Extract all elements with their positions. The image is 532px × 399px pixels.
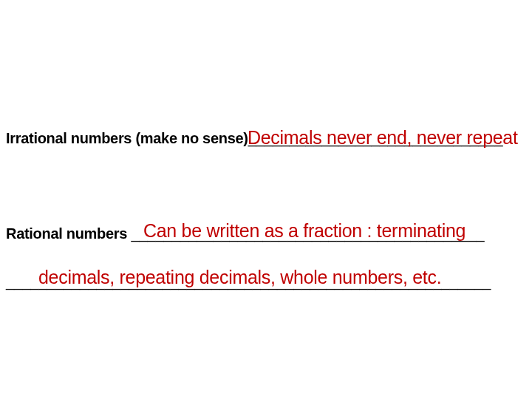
rational-answer: Can be written as a fraction : terminati…	[143, 220, 466, 242]
irrational-answer: Decimals never end, never repeat	[248, 127, 518, 149]
continuation-answer: decimals, repeating decimals, whole numb…	[38, 267, 441, 288]
irrational-prompt: Irrational numbers (make no sense)	[6, 130, 248, 146]
rational-prompt: Rational numbers	[6, 225, 131, 242]
